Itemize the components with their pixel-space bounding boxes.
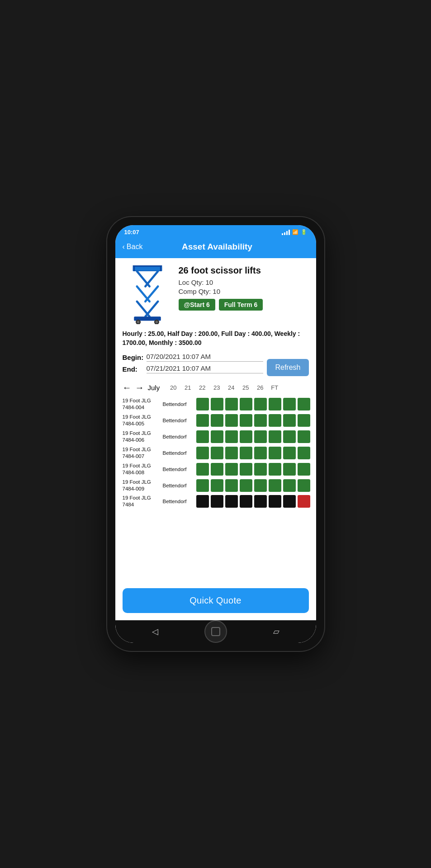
avail-row-name-4: 19 Foot JLG 7484-008 bbox=[123, 462, 161, 476]
avail-cell-2-3 bbox=[240, 430, 252, 443]
signal-icon bbox=[282, 230, 290, 235]
begin-date-row: Begin: 07/20/2021 10:07 AM bbox=[123, 353, 264, 362]
avail-cell-5-6 bbox=[283, 479, 296, 492]
month-label: July bbox=[148, 384, 160, 392]
avail-cell-1-7 bbox=[298, 414, 310, 427]
avail-cell-3-6 bbox=[283, 447, 296, 459]
avail-cell-0-6 bbox=[283, 398, 296, 410]
quick-quote-section: Quick Quote bbox=[115, 583, 316, 620]
avail-cell-3-3 bbox=[240, 447, 252, 459]
avail-cell-0-5 bbox=[269, 398, 281, 410]
svg-rect-1 bbox=[134, 267, 161, 270]
wifi-icon: 📶 bbox=[292, 229, 298, 235]
avail-cell-2-2 bbox=[225, 430, 238, 443]
day-col-20: 20 bbox=[167, 384, 180, 391]
avail-row-3: 19 Foot JLG 7484-007Bettendorf bbox=[123, 446, 309, 460]
avail-row-location-2: Bettendorf bbox=[163, 434, 194, 439]
avail-cell-3-7 bbox=[298, 447, 310, 459]
avail-row-location-1: Bettendorf bbox=[163, 418, 194, 423]
avail-cell-1-0 bbox=[196, 414, 209, 427]
avail-cell-0-3 bbox=[240, 398, 252, 410]
day-col-21: 21 bbox=[181, 384, 194, 391]
day-col-24: 24 bbox=[225, 384, 237, 391]
avail-cell-3-5 bbox=[269, 447, 281, 459]
avail-cell-2-6 bbox=[283, 430, 296, 443]
avail-row-4: 19 Foot JLG 7484-008Bettendorf bbox=[123, 462, 309, 476]
avail-cell-6-2 bbox=[225, 495, 238, 508]
avail-cell-4-3 bbox=[240, 463, 252, 476]
avail-row-name-6: 19 Foot JLG 7484 bbox=[123, 495, 161, 508]
avail-cell-6-3 bbox=[240, 495, 252, 508]
avail-cell-4-2 bbox=[225, 463, 238, 476]
nav-back-icon[interactable]: ◁ bbox=[152, 627, 158, 637]
app-header: ‹ Back Asset Availability bbox=[115, 237, 316, 258]
back-chevron-icon: ‹ bbox=[123, 243, 125, 251]
svg-point-15 bbox=[155, 321, 158, 324]
dates-column: Begin: 07/20/2021 10:07 AM End: 07/21/20… bbox=[123, 353, 264, 376]
avail-cell-6-6 bbox=[283, 495, 296, 508]
avail-cell-1-4 bbox=[254, 414, 267, 427]
avail-cell-4-7 bbox=[298, 463, 310, 476]
avail-cell-6-4 bbox=[254, 495, 267, 508]
nav-recent-icon[interactable]: ▱ bbox=[273, 627, 279, 637]
avail-row-cells-0 bbox=[196, 398, 310, 410]
avail-cell-5-0 bbox=[196, 479, 209, 492]
end-date-row: End: 07/21/2021 10:07 AM bbox=[123, 364, 264, 373]
next-month-button[interactable]: → bbox=[135, 382, 144, 393]
quick-quote-button[interactable]: Quick Quote bbox=[123, 588, 309, 613]
day-col-26: 26 bbox=[254, 384, 266, 391]
svg-rect-4 bbox=[133, 265, 162, 267]
avail-cell-4-4 bbox=[254, 463, 267, 476]
comp-qty: Comp Qty: 10 bbox=[179, 288, 309, 295]
avail-cell-0-4 bbox=[254, 398, 267, 410]
asset-details: 26 foot scissor lifts Loc Qty: 10 Comp Q… bbox=[179, 265, 309, 311]
avail-row-name-1: 19 Foot JLG 7484-005 bbox=[123, 414, 161, 427]
avail-cell-1-3 bbox=[240, 414, 252, 427]
avail-cell-0-7 bbox=[298, 398, 310, 410]
status-time: 10:07 bbox=[124, 229, 139, 236]
avail-row-name-3: 19 Foot JLG 7484-007 bbox=[123, 446, 161, 460]
full-term-badge: Full Term 6 bbox=[219, 299, 263, 311]
scissor-lift-icon bbox=[127, 265, 168, 324]
avail-row-0: 19 Foot JLG 7484-004Bettendorf bbox=[123, 397, 309, 411]
phone-screen: 10:07 📶 🔋 ‹ Back Asset Availability bbox=[115, 225, 316, 643]
comp-qty-label: Comp Qty: bbox=[179, 288, 211, 295]
svg-line-8 bbox=[145, 286, 158, 301]
battery-icon: 🔋 bbox=[301, 229, 307, 235]
avail-cell-5-5 bbox=[269, 479, 281, 492]
avail-cell-3-1 bbox=[211, 447, 223, 459]
back-label: Back bbox=[127, 243, 143, 251]
nav-home-button[interactable] bbox=[204, 620, 227, 643]
avail-cell-1-2 bbox=[225, 414, 238, 427]
asset-badges: @Start 6 Full Term 6 bbox=[179, 299, 309, 311]
day-col-25: 25 bbox=[239, 384, 252, 391]
day-col-22: 22 bbox=[196, 384, 208, 391]
avail-cell-2-7 bbox=[298, 430, 310, 443]
avail-cell-6-1 bbox=[211, 495, 223, 508]
asset-image bbox=[123, 265, 172, 324]
loc-qty: Loc Qty: 10 bbox=[179, 278, 309, 286]
avail-row-name-5: 19 Foot JLG 7484-009 bbox=[123, 479, 161, 492]
refresh-button[interactable]: Refresh bbox=[267, 359, 308, 376]
avail-cell-6-5 bbox=[269, 495, 281, 508]
pricing-text: Hourly : 25.00, Half Day : 200.00, Full … bbox=[123, 330, 309, 347]
home-icon bbox=[211, 627, 220, 636]
avail-cell-4-6 bbox=[283, 463, 296, 476]
avail-cell-6-0 bbox=[196, 495, 209, 508]
begin-value: 07/20/2021 10:07 AM bbox=[147, 353, 264, 362]
avail-row-cells-2 bbox=[196, 430, 310, 443]
avail-cell-2-0 bbox=[196, 430, 209, 443]
asset-info-section: 26 foot scissor lifts Loc Qty: 10 Comp Q… bbox=[123, 265, 309, 324]
prev-month-button[interactable]: ← bbox=[123, 382, 132, 393]
avail-cell-3-2 bbox=[225, 447, 238, 459]
end-label: End: bbox=[123, 365, 143, 373]
avail-cell-5-4 bbox=[254, 479, 267, 492]
date-refresh-section: Begin: 07/20/2021 10:07 AM End: 07/21/20… bbox=[123, 353, 309, 376]
begin-label: Begin: bbox=[123, 354, 143, 361]
avail-row-2: 19 Foot JLG 7484-006Bettendorf bbox=[123, 430, 309, 443]
asset-name: 26 foot scissor lifts bbox=[179, 265, 309, 276]
end-value: 07/21/2021 10:07 AM bbox=[147, 364, 264, 373]
avail-cell-1-1 bbox=[211, 414, 223, 427]
avail-cell-5-3 bbox=[240, 479, 252, 492]
back-button[interactable]: ‹ Back bbox=[123, 243, 143, 251]
